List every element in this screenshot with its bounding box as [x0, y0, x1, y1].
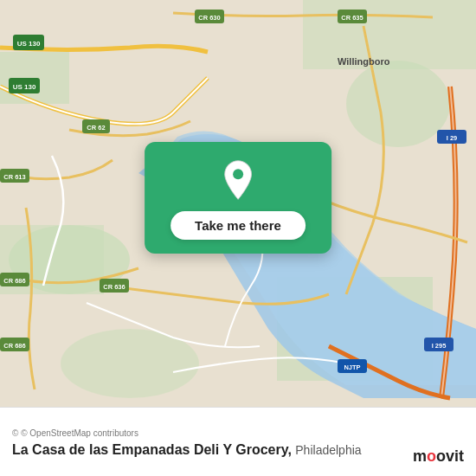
svg-text:CR 636: CR 636 — [103, 283, 125, 291]
svg-text:I 29: I 29 — [447, 134, 458, 142]
svg-text:I 295: I 295 — [432, 342, 447, 350]
take-me-there-button[interactable]: Take me there — [170, 211, 306, 240]
svg-text:CR 62: CR 62 — [87, 124, 105, 132]
footer: © © OpenStreetMap contributors La Casa d… — [0, 407, 476, 476]
svg-text:US 130: US 130 — [17, 40, 41, 48]
svg-point-35 — [233, 169, 243, 179]
svg-text:CR 635: CR 635 — [341, 14, 363, 22]
location-card: Take me there — [145, 142, 331, 254]
copyright-icon: © — [12, 428, 18, 438]
map-pin-icon — [217, 159, 259, 201]
place-name: La Casa de las Empanadas Deli Y Grocery, — [12, 442, 292, 457]
svg-text:CR 686: CR 686 — [3, 277, 25, 285]
moovit-logo: moovit — [413, 447, 464, 466]
copyright-bar: © © OpenStreetMap contributors — [12, 428, 464, 438]
moovit-text: moovit — [413, 447, 464, 466]
svg-point-4 — [346, 61, 450, 147]
svg-text:NJTP: NJTP — [344, 363, 360, 371]
moovit-accent-letter: o — [427, 447, 436, 465]
map-container: US 130 US 130 CR 62 CR 613 CR 686 CR 686… — [0, 0, 476, 407]
place-city: Philadelphia — [295, 443, 361, 457]
copyright-text: © OpenStreetMap contributors — [21, 428, 138, 438]
svg-text:US 130: US 130 — [13, 83, 36, 91]
svg-text:CR 686: CR 686 — [3, 342, 25, 350]
svg-text:Willingboro: Willingboro — [338, 56, 390, 67]
svg-text:CR 630: CR 630 — [198, 14, 220, 22]
place-info: La Casa de las Empanadas Deli Y Grocery,… — [12, 441, 464, 460]
svg-text:CR 613: CR 613 — [3, 173, 25, 181]
